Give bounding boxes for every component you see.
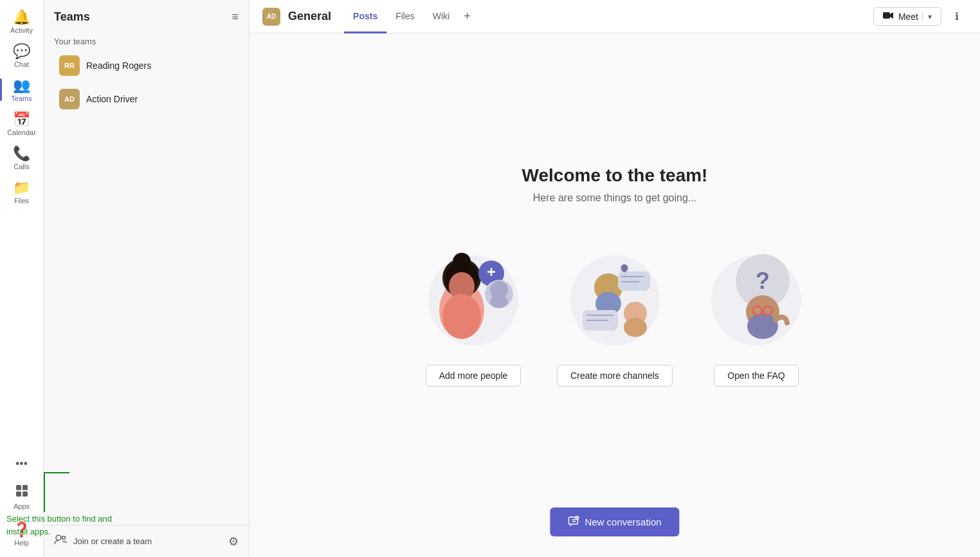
team-item-reading-rogers[interactable]: RR Reading Rogers ••• <box>49 50 244 81</box>
team-avatar-ad: AD <box>59 89 80 109</box>
rail-item-apps[interactable]: Apps <box>0 479 43 515</box>
tab-files[interactable]: Files <box>386 1 424 33</box>
team-item-action-driver[interactable]: AD Action Driver ••• <box>49 84 244 114</box>
more-icon[interactable]: ••• <box>15 450 28 479</box>
sidebar-title: Teams <box>54 10 90 24</box>
left-rail: 🔔 Activity 💬 Chat 👥 Teams 📅 Calendar 📞 C… <box>0 0 44 557</box>
channel-name: General <box>288 10 331 23</box>
rail-item-files[interactable]: 📁 Files <box>0 176 43 210</box>
calendar-icon: 📅 <box>13 113 30 127</box>
action-card-create-channels: Create more channels <box>557 236 673 387</box>
action-card-add-people: + Add more people <box>415 236 531 387</box>
svg-point-18 <box>490 295 508 308</box>
join-create-label: Join or create a team <box>73 536 152 546</box>
add-people-button[interactable]: Add more people <box>426 365 522 387</box>
welcome-subtitle: Here are some things to get going... <box>533 192 696 204</box>
activity-icon: 🔔 <box>13 10 30 24</box>
faq-button[interactable]: Open the FAQ <box>714 365 799 387</box>
info-button[interactable]: ℹ <box>947 6 967 27</box>
svg-point-35 <box>747 313 778 339</box>
rail-item-teams[interactable]: 👥 Teams <box>0 73 43 107</box>
rail-item-calls[interactable]: 📞 Calls <box>0 142 43 176</box>
faq-illustration: ? <box>698 236 814 352</box>
svg-rect-6 <box>883 12 890 19</box>
main-content: AD General Posts Files Wiki + Meet ▾ ℹ <box>250 0 980 557</box>
annotation-line-h <box>44 472 69 473</box>
rail-item-chat[interactable]: 💬 Chat <box>0 39 43 73</box>
your-teams-label: Your teams <box>44 32 249 49</box>
welcome-area: Welcome to the team! Here are some thing… <box>250 33 980 557</box>
add-people-illustration: + <box>415 236 531 352</box>
new-conversation-button[interactable]: New conversation <box>550 507 679 536</box>
channel-avatar: AD <box>262 8 280 26</box>
rail-item-activity[interactable]: 🔔 Activity <box>0 5 43 39</box>
calls-icon: 📞 <box>13 147 30 161</box>
rail-item-calendar[interactable]: 📅 Calendar <box>0 107 43 142</box>
team-name-ad: Action Driver <box>86 94 215 104</box>
annotation-line-v <box>44 473 45 512</box>
new-conv-icon <box>568 515 579 529</box>
svg-point-11 <box>453 253 471 271</box>
team-name-rr: Reading Rogers <box>86 60 215 71</box>
settings-icon[interactable]: ⚙ <box>228 534 239 549</box>
create-channels-button[interactable]: Create more channels <box>557 365 673 387</box>
channel-tabs: Posts Files Wiki + <box>344 0 866 33</box>
tab-wiki[interactable]: Wiki <box>424 1 458 33</box>
svg-point-27 <box>624 318 647 337</box>
info-icon: ℹ <box>955 10 959 23</box>
tab-posts[interactable]: Posts <box>344 1 386 33</box>
welcome-title: Welcome to the team! <box>522 165 708 186</box>
svg-text:?: ? <box>756 268 770 294</box>
action-card-faq: ? Open the FAQ <box>698 236 814 387</box>
sidebar-header: Teams ≡ <box>44 0 249 32</box>
create-channels-illustration <box>557 236 673 352</box>
svg-rect-3 <box>23 491 28 497</box>
channel-header: AD General Posts Files Wiki + Meet ▾ ℹ <box>250 0 980 33</box>
header-actions: Meet ▾ ℹ <box>873 6 967 27</box>
annotation-text: Select this button to find and install a… <box>6 513 122 538</box>
teams-icon: 👥 <box>13 78 30 93</box>
chat-icon: 💬 <box>13 44 30 59</box>
action-cards: + Add more people <box>415 236 814 387</box>
svg-rect-1 <box>23 485 28 490</box>
svg-rect-0 <box>16 485 21 490</box>
apps-icon <box>15 484 29 500</box>
meet-button[interactable]: Meet ▾ <box>873 7 941 26</box>
team-avatar-rr: RR <box>59 55 80 76</box>
svg-point-13 <box>442 294 481 339</box>
meet-chevron-icon[interactable]: ▾ <box>922 12 932 21</box>
svg-rect-2 <box>16 491 21 497</box>
sidebar-menu-icon[interactable]: ≡ <box>231 10 239 24</box>
svg-text:+: + <box>487 263 496 280</box>
files-icon: 📁 <box>13 181 30 195</box>
add-tab-button[interactable]: + <box>458 0 476 33</box>
sidebar: Teams ≡ Your teams RR Reading Rogers •••… <box>44 0 250 557</box>
meet-camera-icon <box>883 11 894 22</box>
